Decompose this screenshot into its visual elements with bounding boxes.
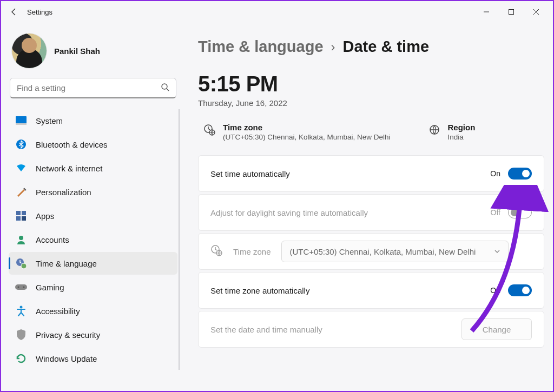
- globe-icon: [428, 124, 440, 141]
- accessibility-icon: [15, 305, 27, 317]
- svg-rect-0: [509, 10, 514, 15]
- toggle-dst-auto: [508, 207, 532, 218]
- current-time: 5:15 PM: [198, 72, 544, 96]
- gamepad-icon: [15, 281, 27, 293]
- system-icon: [15, 115, 27, 127]
- timezone-label: Time zone: [223, 123, 391, 132]
- svg-rect-12: [15, 284, 27, 290]
- timezone-dropdown: (UTC+05:30) Chennai, Kolkata, Mumbai, Ne…: [281, 241, 509, 262]
- card-dst-auto: Adjust for daylight saving time automati…: [198, 194, 544, 231]
- timezone-value: (UTC+05:30) Chennai, Kolkata, Mumbai, Ne…: [223, 133, 391, 141]
- main-content: Time & language › Date & time 5:15 PM Th…: [185, 23, 553, 391]
- card-label: Set time automatically: [210, 169, 490, 178]
- breadcrumb: Time & language › Date & time: [198, 38, 544, 56]
- profile-name: Pankil Shah: [54, 46, 100, 56]
- clock-globe-small-icon: [203, 124, 215, 141]
- svg-point-11: [21, 263, 27, 269]
- svg-point-15: [20, 306, 23, 309]
- svg-rect-6: [22, 211, 26, 215]
- sidebar-item-bluetooth[interactable]: Bluetooth & devices: [9, 133, 177, 156]
- svg-rect-5: [16, 211, 21, 215]
- sidebar-item-privacy[interactable]: Privacy & security: [9, 323, 177, 346]
- update-icon: [15, 353, 27, 364]
- svg-rect-3: [16, 123, 27, 125]
- chevron-down-icon: [494, 247, 500, 256]
- maximize-button[interactable]: [499, 3, 524, 21]
- search-input[interactable]: [17, 83, 161, 92]
- window-title: Settings: [27, 8, 52, 16]
- breadcrumb-parent[interactable]: Time & language: [198, 38, 324, 56]
- card-set-time-auto: Set time automatically On: [198, 155, 544, 192]
- nav-label: Accessibility: [36, 307, 80, 316]
- nav-label: Time & language: [36, 259, 97, 268]
- timezone-info: Time zone (UTC+05:30) Chennai, Kolkata, …: [203, 123, 391, 141]
- nav-list: System Bluetooth & devices Network & int…: [8, 109, 179, 370]
- arrow-left-icon: [10, 8, 18, 16]
- toggle-state: On: [490, 169, 500, 178]
- search-icon: [161, 83, 169, 94]
- minimize-icon: [483, 9, 490, 15]
- close-button[interactable]: [524, 3, 549, 21]
- svg-rect-7: [16, 216, 21, 221]
- sidebar: Pankil Shah System Bluetooth & devices N…: [1, 23, 185, 391]
- sidebar-item-accounts[interactable]: Accounts: [9, 228, 177, 251]
- sidebar-item-system[interactable]: System: [9, 109, 177, 132]
- profile-block[interactable]: Pankil Shah: [8, 29, 179, 78]
- sidebar-item-accessibility[interactable]: Accessibility: [9, 300, 177, 322]
- sidebar-item-time-language[interactable]: Time & language: [9, 252, 177, 275]
- svg-point-1: [162, 84, 167, 89]
- back-button[interactable]: [5, 3, 23, 21]
- nav-label: Personalization: [36, 188, 91, 197]
- maximize-icon: [508, 9, 515, 15]
- sidebar-item-gaming[interactable]: Gaming: [9, 276, 177, 298]
- region-label: Region: [448, 123, 476, 132]
- svg-rect-2: [16, 116, 27, 124]
- window-controls: [474, 3, 549, 21]
- person-icon: [15, 234, 27, 245]
- apps-icon: [15, 210, 27, 222]
- nav-label: System: [36, 116, 63, 125]
- toggle-set-time-auto[interactable]: [508, 168, 532, 180]
- titlebar: Settings: [1, 1, 553, 23]
- bluetooth-icon: [15, 138, 27, 150]
- page-title: Date & time: [343, 38, 430, 56]
- sidebar-item-windows-update[interactable]: Windows Update: [9, 347, 177, 370]
- clock-globe-small-icon: [210, 244, 225, 258]
- nav-label: Apps: [36, 211, 54, 221]
- clock-block: 5:15 PM Thursday, June 16, 2022: [198, 72, 544, 108]
- card-label: Set time zone automatically: [210, 286, 490, 295]
- nav-label: Bluetooth & devices: [36, 140, 108, 149]
- change-button: Change: [461, 318, 532, 340]
- close-icon: [533, 9, 539, 15]
- card-timezone-select: Time zone (UTC+05:30) Chennai, Kolkata, …: [198, 233, 544, 270]
- sidebar-item-network[interactable]: Network & internet: [9, 157, 177, 180]
- toggle-state: On: [490, 286, 500, 295]
- card-set-manual: Set the date and time manually Change: [198, 311, 544, 348]
- sidebar-item-apps[interactable]: Apps: [9, 204, 177, 227]
- nav-label: Privacy & security: [36, 330, 100, 340]
- chevron-right-icon: ›: [331, 39, 335, 55]
- current-date: Thursday, June 16, 2022: [198, 98, 544, 108]
- card-label: Adjust for daylight saving time automati…: [210, 208, 491, 217]
- svg-point-13: [18, 287, 19, 288]
- clock-globe-icon: [15, 257, 27, 269]
- nav-label: Windows Update: [36, 354, 97, 363]
- nav-label: Gaming: [36, 283, 64, 292]
- search-input-wrap[interactable]: [10, 78, 176, 98]
- nav-label: Accounts: [36, 235, 69, 244]
- dropdown-value: (UTC+05:30) Chennai, Kolkata, Mumbai, Ne…: [289, 247, 476, 256]
- card-label: Time zone: [233, 247, 271, 256]
- sidebar-item-personalization[interactable]: Personalization: [9, 181, 177, 203]
- region-value: India: [448, 133, 476, 141]
- svg-rect-8: [22, 216, 26, 221]
- card-label: Set the date and time manually: [210, 325, 461, 334]
- minimize-button[interactable]: [474, 3, 499, 21]
- info-row: Time zone (UTC+05:30) Chennai, Kolkata, …: [198, 119, 544, 144]
- svg-point-14: [23, 287, 25, 288]
- shield-icon: [15, 329, 27, 341]
- toggle-state: Off: [491, 208, 500, 217]
- region-info: Region India: [428, 123, 476, 141]
- wifi-icon: [15, 162, 27, 174]
- toggle-set-tz-auto[interactable]: [508, 284, 532, 296]
- avatar: [12, 34, 47, 68]
